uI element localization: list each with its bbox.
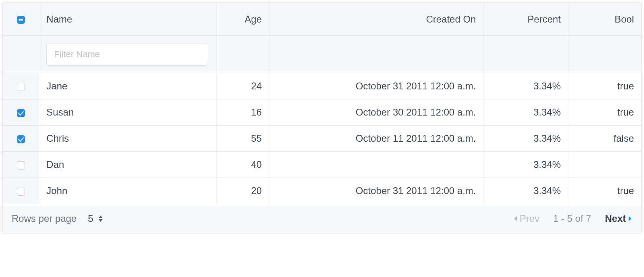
column-header-bool[interactable]: Bool: [568, 3, 641, 36]
cell-age: 55: [217, 126, 269, 152]
next-label: Next: [605, 213, 626, 224]
cell-created: [269, 152, 483, 178]
cell-created: October 30 2011 12:00 a.m.: [269, 99, 483, 126]
cell-bool: true: [568, 178, 641, 204]
select-all-checkbox[interactable]: [17, 16, 25, 24]
cell-age: 40: [217, 152, 269, 178]
cell-name: John: [39, 178, 217, 204]
table-header-row: Name Age Created On Percent Bool: [3, 3, 641, 36]
rows-per-page-label: Rows per page: [12, 213, 76, 224]
row-checkbox[interactable]: [17, 109, 25, 117]
prev-button: Prev: [513, 213, 539, 224]
column-header-created[interactable]: Created On: [269, 3, 483, 36]
table-row: Chris55October 11 2011 12:00 a.m.3.34%fa…: [3, 126, 641, 152]
table-row: Jane24October 31 2011 12:00 a.m.3.34%tru…: [3, 73, 641, 99]
rows-per-page: Rows per page 5: [12, 213, 103, 224]
table-row: Susan16October 30 2011 12:00 a.m.3.34%tr…: [3, 99, 641, 126]
next-button[interactable]: Next: [605, 213, 632, 224]
chevron-left-icon: [513, 216, 517, 221]
cell-name: Jane: [39, 73, 217, 99]
prev-label: Prev: [520, 213, 539, 224]
rows-per-page-value: 5: [88, 213, 93, 224]
cell-created: October 31 2011 12:00 a.m.: [269, 73, 483, 99]
page-range: 1 - 5 of 7: [553, 213, 591, 224]
cell-age: 24: [217, 73, 269, 99]
cell-bool: [568, 152, 641, 178]
chevron-right-icon: [628, 216, 632, 221]
cell-created: October 11 2011 12:00 a.m.: [269, 126, 483, 152]
filter-name-input[interactable]: [46, 43, 207, 66]
cell-percent: 3.34%: [483, 73, 568, 99]
row-checkbox[interactable]: [17, 161, 25, 170]
column-header-age[interactable]: Age: [217, 3, 269, 36]
cell-percent: 3.34%: [483, 99, 568, 126]
table-filter-row: [3, 36, 641, 73]
cell-created: October 31 2011 12:00 a.m.: [269, 178, 483, 204]
data-table: Name Age Created On Percent Bool Jane24O…: [2, 2, 642, 234]
rows-per-page-select[interactable]: 5: [88, 213, 103, 224]
column-header-percent[interactable]: Percent: [483, 3, 568, 36]
table-row: Dan403.34%: [3, 152, 641, 178]
row-checkbox[interactable]: [17, 83, 25, 91]
pager: Prev 1 - 5 of 7 Next: [513, 213, 632, 224]
cell-percent: 3.34%: [483, 178, 568, 204]
stepper-icon: [98, 215, 103, 222]
cell-age: 20: [217, 178, 269, 204]
cell-bool: false: [568, 126, 641, 152]
cell-bool: true: [568, 99, 641, 126]
cell-name: Susan: [39, 99, 217, 126]
cell-age: 16: [217, 99, 269, 126]
cell-bool: true: [568, 73, 641, 99]
column-header-name[interactable]: Name: [39, 3, 217, 36]
cell-percent: 3.34%: [483, 126, 568, 152]
table-row: John20October 31 2011 12:00 a.m.3.34%tru…: [3, 178, 641, 204]
cell-name: Dan: [39, 152, 217, 178]
cell-name: Chris: [39, 126, 217, 152]
row-checkbox[interactable]: [17, 135, 25, 143]
row-checkbox[interactable]: [17, 188, 25, 196]
cell-percent: 3.34%: [483, 152, 568, 178]
